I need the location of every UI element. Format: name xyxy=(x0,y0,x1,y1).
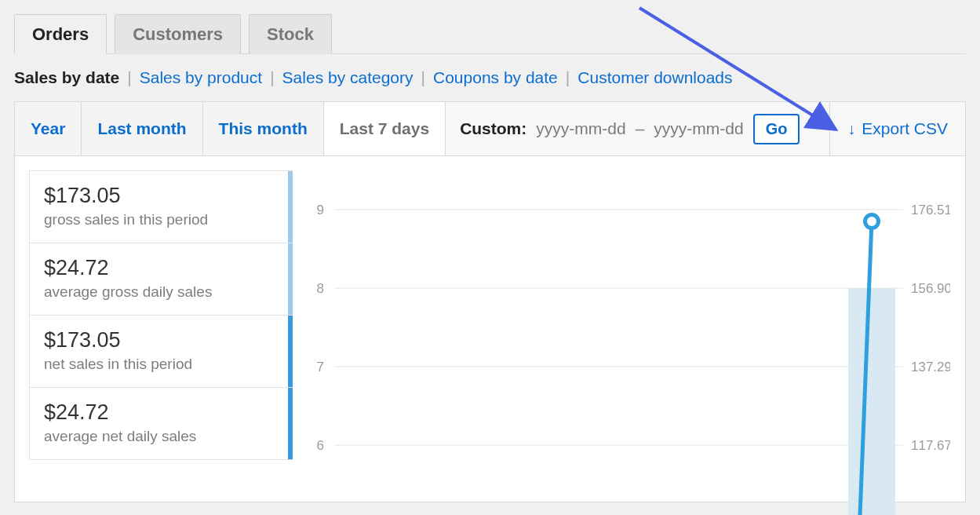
range-this-month[interactable]: This month xyxy=(203,102,324,155)
report-tabs: Orders Customers Stock xyxy=(14,14,966,54)
stat-net-sales[interactable]: $173.05 net sales in this period xyxy=(29,315,293,388)
tab-customers[interactable]: Customers xyxy=(115,14,241,54)
range-year[interactable]: Year xyxy=(15,102,82,155)
svg-text:137.29: 137.29 xyxy=(911,360,950,374)
sales-chart: 9176.518156.907137.296117.67 xyxy=(307,170,951,502)
tab-orders[interactable]: Orders xyxy=(14,14,107,54)
stat-value: $24.72 xyxy=(44,256,278,280)
stat-stripe xyxy=(288,316,293,387)
date-range-bar: Year Last month This month Last 7 days C… xyxy=(15,102,965,156)
subnav-current: Sales by date xyxy=(14,68,119,87)
stat-label: net sales in this period xyxy=(44,356,278,373)
report-panel: Year Last month This month Last 7 days C… xyxy=(14,101,966,502)
stat-stripe xyxy=(288,243,293,315)
tab-stock[interactable]: Stock xyxy=(249,14,332,54)
divider: | xyxy=(421,68,425,87)
custom-go-button[interactable]: Go xyxy=(753,114,800,144)
stat-cards: $173.05 gross sales in this period $24.7… xyxy=(29,170,293,502)
stat-label: average gross daily sales xyxy=(44,283,278,301)
svg-text:117.67: 117.67 xyxy=(911,438,950,453)
report-subnav: Sales by date | Sales by product | Sales… xyxy=(14,54,966,101)
stat-stripe xyxy=(288,171,293,243)
divider: | xyxy=(127,68,131,87)
stat-value: $24.72 xyxy=(44,400,278,425)
stat-label: gross sales in this period xyxy=(44,211,278,228)
subnav-customer-downloads[interactable]: Customer downloads xyxy=(577,68,732,87)
stat-avg-gross-daily[interactable]: $24.72 average gross daily sales xyxy=(29,243,293,316)
svg-rect-13 xyxy=(848,288,895,515)
custom-from-input[interactable]: yyyy-mm-dd xyxy=(536,119,625,138)
svg-text:8: 8 xyxy=(317,281,324,296)
range-custom: Custom: yyyy-mm-dd – yyyy-mm-dd Go xyxy=(446,102,830,155)
svg-point-15 xyxy=(867,217,876,226)
custom-label: Custom: xyxy=(460,119,526,138)
sales-chart-svg: 9176.518156.907137.296117.67 xyxy=(307,170,950,515)
svg-text:156.90: 156.90 xyxy=(911,281,950,296)
stat-avg-net-daily[interactable]: $24.72 average net daily sales xyxy=(29,387,293,460)
svg-text:9: 9 xyxy=(317,203,324,217)
range-last-7-days[interactable]: Last 7 days xyxy=(324,102,446,155)
export-csv-label: Export CSV xyxy=(862,119,948,138)
svg-text:176.51: 176.51 xyxy=(911,203,950,217)
custom-dash: – xyxy=(636,119,645,138)
svg-text:7: 7 xyxy=(317,360,324,374)
stat-label: average net daily sales xyxy=(44,428,278,445)
custom-to-input[interactable]: yyyy-mm-dd xyxy=(654,119,743,138)
export-csv-link[interactable]: ↓ Export CSV xyxy=(830,102,965,155)
report-content: $173.05 gross sales in this period $24.7… xyxy=(15,156,965,502)
subnav-sales-by-product[interactable]: Sales by product xyxy=(140,68,262,87)
divider: | xyxy=(270,68,274,87)
range-last-month[interactable]: Last month xyxy=(82,102,202,155)
subnav-sales-by-category[interactable]: Sales by category xyxy=(282,68,413,87)
subnav-coupons-by-date[interactable]: Coupons by date xyxy=(433,68,558,87)
stat-stripe xyxy=(288,388,293,459)
download-icon: ↓ xyxy=(847,120,855,138)
divider: | xyxy=(566,68,570,87)
stat-value: $173.05 xyxy=(44,328,278,352)
stat-gross-sales[interactable]: $173.05 gross sales in this period xyxy=(29,170,293,243)
stat-value: $173.05 xyxy=(44,184,278,208)
svg-text:6: 6 xyxy=(317,438,324,453)
